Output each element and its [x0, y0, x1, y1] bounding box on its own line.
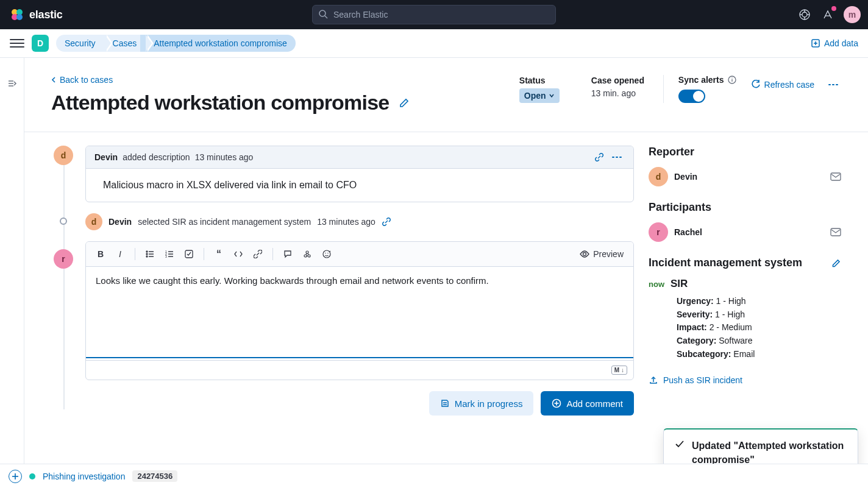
preview-toggle[interactable]: Preview	[576, 249, 627, 259]
reporter-mail-icon[interactable]	[830, 172, 841, 181]
comment-button[interactable]	[279, 246, 296, 263]
italic-button[interactable]: I	[112, 246, 129, 263]
participants-title: Participants	[649, 201, 841, 214]
open-timeline-link[interactable]: Phishing investigation	[43, 472, 125, 481]
toast-message: Updated "Attempted workstation compromis…	[692, 439, 847, 467]
ul-button[interactable]	[141, 246, 158, 263]
svg-point-43	[308, 255, 310, 257]
emoji-button[interactable]	[318, 246, 335, 263]
quote-button[interactable]: “	[210, 246, 227, 263]
breadcrumb-current: Attempted workstation compromise	[140, 35, 296, 52]
brand-home[interactable]: elastic	[10, 7, 63, 22]
add-timeline-button[interactable]	[9, 470, 22, 483]
ims-urgency-v: 1 - High	[716, 296, 746, 306]
ims-severity-v: 1 - High	[715, 309, 745, 319]
ims-impact-v: 2 - Medium	[710, 322, 752, 332]
add-comment-button[interactable]: Add comment	[541, 391, 634, 416]
global-search-input[interactable]	[312, 5, 556, 24]
back-to-cases-link[interactable]: Back to cases	[51, 75, 507, 85]
add-data-link[interactable]: Add data	[811, 38, 858, 48]
add-data-label: Add data	[824, 38, 858, 48]
reporter-row: d Devin	[649, 167, 841, 186]
svg-rect-22	[828, 84, 831, 85]
avatar-rachel: r	[54, 249, 73, 269]
status-value: Open	[524, 91, 546, 101]
info-icon[interactable]	[728, 76, 736, 84]
desc-when: 13 minutes ago	[195, 152, 254, 162]
comment-editor: B I 123 “	[85, 241, 634, 380]
status-label: Status	[519, 75, 574, 86]
svg-rect-25	[612, 157, 614, 158]
check-icon	[675, 439, 685, 449]
servicenow-logo: now	[649, 280, 664, 289]
svg-point-21	[731, 77, 732, 78]
collapsed-sidebar	[0, 58, 24, 464]
ims-title: Incident management system	[649, 256, 802, 269]
refresh-case-button[interactable]: Refresh case	[751, 80, 814, 90]
global-search[interactable]	[312, 5, 556, 24]
timeline-status-dot	[29, 473, 35, 479]
description-card: Devin added description 13 minutes ago M…	[85, 146, 634, 202]
user-avatar[interactable]: m	[844, 6, 861, 23]
event-author: Devin	[108, 217, 132, 227]
sync-alerts-label: Sync alerts	[678, 75, 724, 85]
page-title: Attempted workstation compromise	[51, 91, 389, 115]
timeline-event-count: 24274536	[132, 470, 177, 482]
svg-line-44	[306, 253, 307, 255]
svg-rect-57	[831, 228, 841, 236]
participant-mail-icon[interactable]	[830, 228, 841, 236]
nav-menu-toggle[interactable]	[10, 36, 24, 51]
activity-event-ims-selected: d Devin selected SIR as incident managem…	[85, 213, 634, 230]
checklist-button[interactable]	[180, 246, 197, 263]
ims-severity-k: Severity:	[677, 309, 713, 319]
edit-ims-icon[interactable]	[831, 258, 841, 268]
code-button[interactable]	[230, 246, 247, 263]
case-actions-menu[interactable]	[825, 80, 841, 89]
edit-title-icon[interactable]	[399, 97, 410, 108]
breadcrumb-security[interactable]: Security	[56, 35, 105, 52]
event-action: selected SIR as incident management syst…	[138, 217, 311, 227]
ims-subcategory-k: Subcategory:	[677, 349, 731, 359]
event-permalink-icon[interactable]	[382, 217, 391, 227]
reporter-title: Reporter	[649, 146, 841, 158]
sync-alerts-toggle[interactable]	[678, 90, 705, 103]
comment-textarea[interactable]	[86, 267, 633, 358]
bold-button[interactable]: B	[92, 246, 109, 263]
participant-row: r Rachel	[649, 222, 841, 242]
mark-in-progress-button[interactable]: Mark in progress	[429, 391, 534, 416]
space-selector[interactable]: D	[32, 35, 49, 52]
back-link-label: Back to cases	[60, 75, 113, 85]
editor-toolbar: B I 123 “	[86, 242, 633, 267]
event-when: 13 minutes ago	[317, 217, 375, 227]
desc-action: added description	[123, 152, 190, 162]
ims-subcategory-v: Email	[733, 349, 755, 359]
svg-point-28	[146, 251, 148, 252]
ims-impact-k: Impact:	[677, 322, 707, 332]
help-icon[interactable]	[797, 7, 812, 22]
svg-text:3: 3	[165, 255, 167, 258]
status-selector[interactable]: Open	[519, 88, 560, 103]
participant-avatar: r	[649, 222, 668, 242]
link-button[interactable]	[249, 246, 266, 263]
description-body: Malicious macro in XLSX delivered via li…	[86, 169, 633, 202]
refresh-case-label: Refresh case	[764, 80, 814, 90]
svg-rect-27	[619, 157, 622, 158]
opened-value: 13 min. ago	[591, 88, 646, 98]
description-actions-menu[interactable]	[609, 153, 625, 161]
reporter-avatar: d	[649, 167, 668, 186]
ol-button[interactable]: 123	[161, 246, 178, 263]
sidebar-expand-icon[interactable]	[7, 79, 17, 464]
global-header: elastic m	[0, 0, 868, 29]
svg-line-5	[325, 16, 327, 18]
permalink-icon[interactable]	[594, 152, 604, 162]
svg-point-41	[306, 251, 308, 253]
mention-button[interactable]	[299, 246, 316, 263]
preview-label: Preview	[593, 249, 624, 259]
newsfeed-icon[interactable]	[820, 7, 835, 22]
svg-point-47	[323, 250, 330, 258]
svg-point-7	[802, 12, 807, 17]
participant-name: Rachel	[674, 227, 702, 237]
svg-rect-23	[832, 84, 834, 85]
push-as-sir-link[interactable]: Push as SIR incident	[649, 375, 841, 385]
svg-point-30	[146, 253, 148, 255]
